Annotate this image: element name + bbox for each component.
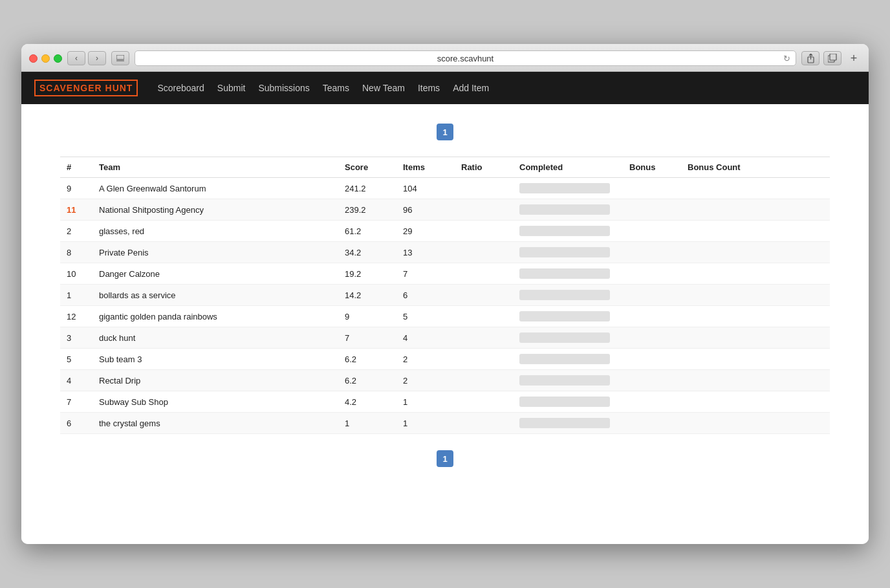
nav-new-team[interactable]: New Team <box>362 80 405 96</box>
nav-add-item[interactable]: Add Item <box>453 80 489 96</box>
progress-bar <box>519 290 610 300</box>
cell-items: 7 <box>396 263 455 285</box>
brand-logo-text: SCAVENGER HUNT <box>34 80 138 96</box>
maximize-button[interactable] <box>54 54 62 63</box>
cell-team: gigantic golden panda rainbows <box>92 306 338 327</box>
progress-bar <box>519 183 610 193</box>
cell-items: 2 <box>396 370 455 391</box>
cell-ratio <box>455 349 513 370</box>
table-row: 8Private Penis34.213 <box>60 242 830 263</box>
cell-score: 19.2 <box>338 263 396 285</box>
col-header-completed: Completed <box>513 157 623 178</box>
page-button-top[interactable]: 1 <box>437 124 453 140</box>
progress-bar <box>519 268 610 279</box>
table-row: 5Sub team 36.22 <box>60 349 830 370</box>
scoreboard-table: # Team Score Items Ratio Completed Bonus… <box>60 157 830 434</box>
cell-score: 61.2 <box>338 221 396 242</box>
cell-items: 2 <box>396 349 455 370</box>
table-row: 1bollards as a service14.26 <box>60 285 830 306</box>
nav-scoreboard[interactable]: Scoreboard <box>157 80 204 96</box>
cell-items: 104 <box>396 178 455 199</box>
cell-completed <box>513 221 623 242</box>
cell-rank: 3 <box>60 327 92 349</box>
nav-teams[interactable]: Teams <box>323 80 349 96</box>
cell-rank: 11 <box>60 199 92 221</box>
cell-bonus <box>623 263 681 285</box>
forward-button[interactable]: › <box>88 51 106 65</box>
progress-bar <box>519 354 610 364</box>
new-tab-button[interactable]: + <box>847 51 861 65</box>
duplicate-button[interactable] <box>823 51 841 65</box>
back-button[interactable]: ‹ <box>67 51 85 65</box>
cell-bonus <box>623 391 681 413</box>
col-header-rank: # <box>60 157 92 178</box>
cell-team: Sub team 3 <box>92 349 338 370</box>
table-row: 6the crystal gems11 <box>60 413 830 434</box>
nav-items[interactable]: Items <box>418 80 440 96</box>
cell-completed <box>513 285 623 306</box>
nav-submit[interactable]: Submit <box>217 80 246 96</box>
cell-team: Rectal Drip <box>92 370 338 391</box>
cell-bonus-count <box>681 263 830 285</box>
cell-team: the crystal gems <box>92 413 338 434</box>
page-button-bottom[interactable]: 1 <box>437 450 453 467</box>
cell-items: 29 <box>396 221 455 242</box>
table-row: 4Rectal Drip6.22 <box>60 370 830 391</box>
cell-rank: 2 <box>60 221 92 242</box>
cell-team: glasses, red <box>92 221 338 242</box>
cell-completed <box>513 263 623 285</box>
cell-ratio <box>455 285 513 306</box>
cell-bonus <box>623 413 681 434</box>
cell-completed <box>513 327 623 349</box>
cell-bonus-count <box>681 413 830 434</box>
refresh-icon[interactable]: ↻ <box>783 54 790 63</box>
browser-window: ‹ › score.scavhunt ↻ + SCAVENGER HUNT Sc… <box>21 44 869 544</box>
address-bar[interactable]: score.scavhunt ↻ <box>135 50 796 66</box>
cell-bonus-count <box>681 221 830 242</box>
cell-ratio <box>455 391 513 413</box>
col-header-bonus-count: Bonus Count <box>681 157 830 178</box>
cell-items: 4 <box>396 327 455 349</box>
col-header-bonus: Bonus <box>623 157 681 178</box>
close-button[interactable] <box>29 54 38 63</box>
cell-bonus-count <box>681 306 830 327</box>
cell-team: Danger Calzone <box>92 263 338 285</box>
brand-logo[interactable]: SCAVENGER HUNT <box>34 83 138 93</box>
cell-items: 5 <box>396 306 455 327</box>
cell-items: 13 <box>396 242 455 263</box>
cell-completed <box>513 178 623 199</box>
cell-items: 1 <box>396 413 455 434</box>
cell-completed <box>513 242 623 263</box>
cell-bonus <box>623 199 681 221</box>
cell-bonus <box>623 221 681 242</box>
progress-bar <box>519 418 610 428</box>
table-row: 3duck hunt74 <box>60 327 830 349</box>
cell-completed <box>513 306 623 327</box>
cell-bonus-count <box>681 178 830 199</box>
cell-score: 9 <box>338 306 396 327</box>
cell-rank: 4 <box>60 370 92 391</box>
cell-rank: 9 <box>60 178 92 199</box>
nav-submissions[interactable]: Submissions <box>258 80 309 96</box>
cell-bonus-count <box>681 285 830 306</box>
cell-rank: 12 <box>60 306 92 327</box>
cell-score: 239.2 <box>338 199 396 221</box>
pagination-bottom: 1 <box>60 450 830 467</box>
tab-overview-button[interactable] <box>111 51 129 65</box>
cell-bonus <box>623 285 681 306</box>
cell-bonus-count <box>681 370 830 391</box>
browser-chrome: ‹ › score.scavhunt ↻ + <box>21 44 869 72</box>
progress-bar <box>519 204 610 215</box>
table-row: 2glasses, red61.229 <box>60 221 830 242</box>
cell-items: 1 <box>396 391 455 413</box>
cell-ratio <box>455 221 513 242</box>
cell-bonus <box>623 306 681 327</box>
minimize-button[interactable] <box>41 54 50 63</box>
cell-ratio <box>455 263 513 285</box>
share-button[interactable] <box>801 51 819 65</box>
cell-completed <box>513 391 623 413</box>
url-text: score.scavhunt <box>437 54 494 63</box>
table-row: 10Danger Calzone19.27 <box>60 263 830 285</box>
cell-bonus <box>623 327 681 349</box>
cell-rank: 7 <box>60 391 92 413</box>
